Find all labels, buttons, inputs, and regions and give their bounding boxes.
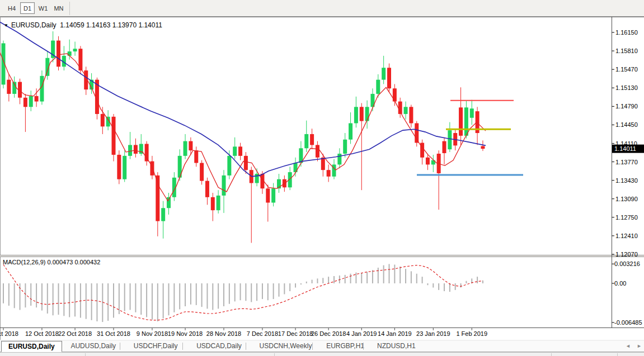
candle-down (316, 145, 319, 157)
tab-audusd-daily[interactable]: AUDUSD,Daily (64, 341, 123, 352)
candle-down (194, 150, 198, 163)
candle-up (68, 51, 72, 56)
candle-down (481, 146, 485, 149)
date-tick-label: 17 Dec 2018 (278, 330, 313, 337)
candle-up (40, 76, 44, 102)
candle-up (382, 68, 386, 79)
candle-up (343, 140, 347, 154)
timeframe-toolbar: H4D1W1MN (0, 0, 644, 17)
candle-down (327, 170, 331, 177)
candle-up (365, 107, 369, 121)
candle-up (233, 146, 237, 156)
date-tick-label: 19 Nov 2018 (168, 330, 203, 337)
candle-down (211, 197, 215, 210)
tab-eurusd-daily[interactable]: EURUSD,Daily (1, 341, 62, 352)
date-tick-label: 23 Jan 2019 (416, 330, 450, 337)
tab-separator (363, 343, 364, 350)
candle-up (123, 156, 126, 179)
candle-down (426, 158, 430, 165)
candle-down (117, 155, 121, 179)
candle-down (459, 107, 463, 136)
toolbar-separator (69, 2, 70, 15)
candle-up (128, 145, 132, 155)
price-tick-label: 1.13770 (615, 159, 638, 165)
macd-value: 0.000473 (47, 259, 73, 265)
candle-down (415, 123, 419, 143)
candle-down (23, 98, 27, 107)
date-tick-label: 31 Oct 2018 (97, 330, 130, 337)
chart-title: ▼EURUSD,Daily 1.14059 1.14163 1.13970 1.… (4, 21, 162, 29)
date-tick-label: 1 Feb 2019 (456, 330, 487, 337)
candle-up (404, 107, 408, 114)
date-tick-label: 3 Oct 2018 (0, 330, 18, 337)
symbol-tab-bar: ◄ ► EURUSD,DailyAUDUSD,DailyUSDCHF,Daily… (0, 341, 644, 352)
tab-separator (246, 343, 246, 350)
price-tick-label: 1.14450 (615, 121, 638, 128)
chart-dropdown-icon[interactable]: ▼ (4, 23, 8, 28)
macd-tick-label: 0.00 (614, 280, 626, 287)
candle-up (271, 188, 275, 202)
candle-up (73, 49, 77, 51)
candle-up (470, 108, 474, 118)
price-tick-label: 1.12070 (615, 251, 638, 258)
price-tick-label: 1.15130 (615, 84, 638, 91)
date-tick-label: 22 Oct 2018 (58, 330, 92, 337)
candle-up (222, 175, 226, 196)
status-divider (85, 353, 86, 356)
chart-canvas[interactable]: 1.161501.158101.154701.151301.147901.144… (0, 17, 644, 340)
candle-down (387, 68, 391, 88)
date-tick-label: 7 Dec 2018 (247, 330, 278, 337)
candle-up (464, 107, 468, 136)
candle-up (255, 174, 259, 183)
tab-usdchf-daily[interactable]: USDCHF,Daily (127, 341, 185, 352)
candle-down (443, 141, 446, 153)
price-tick-label: 1.16150 (615, 29, 638, 36)
candle-down (35, 96, 39, 102)
price-tick-label: 1.13090 (615, 196, 638, 202)
candle-down (310, 134, 314, 145)
status-divider (551, 353, 552, 356)
price-tick-label: 1.12410 (615, 232, 638, 239)
candle-down (145, 144, 149, 161)
timeframe-button-d1[interactable]: D1 (20, 2, 35, 14)
candle-down (7, 80, 11, 94)
candle-down (112, 117, 116, 155)
candle-down (321, 158, 325, 170)
tab-separator (120, 343, 120, 350)
macd-label: MACD(12,26,9) (3, 259, 45, 265)
date-tick-label: 28 Nov 2018 (206, 330, 241, 337)
tab-separator (182, 343, 183, 350)
candle-down (360, 107, 364, 121)
candle-up (354, 107, 358, 123)
candle-down (244, 156, 248, 170)
date-tick-label: 9 Nov 2018 (137, 330, 168, 337)
candle-down (200, 163, 204, 181)
candle-up (448, 130, 452, 149)
candle-down (78, 49, 82, 70)
status-bar (0, 352, 644, 356)
tab-nzdusd-h1[interactable]: NZDUSD,H1 (370, 341, 422, 352)
chart-ohlc-values: 1.14059 1.14163 1.13970 1.14011 (60, 21, 162, 29)
timeframe-button-h4[interactable]: H4 (4, 2, 19, 14)
price-tick-label: 1.15810 (615, 48, 638, 54)
tab-separator (312, 343, 313, 350)
candle-down (393, 88, 397, 101)
timeframe-button-w1[interactable]: W1 (36, 2, 50, 14)
tab-usdcnh-weekly[interactable]: USDCNH,Weekly (253, 341, 319, 352)
tab-scroll-right-icon[interactable]: ► (637, 343, 642, 349)
candle-down (205, 181, 209, 197)
status-divider (274, 353, 275, 356)
candle-down (409, 107, 413, 123)
price-tick-label: 1.15470 (615, 66, 638, 73)
candle-up (227, 156, 231, 175)
macd-indicator-label: MACD(12,26,9) 0.000473 0.000432 (3, 259, 100, 265)
candle-down (101, 114, 105, 126)
tab-scroll-left-icon[interactable]: ◄ (626, 343, 631, 349)
candle-up (217, 196, 220, 210)
timeframe-button-mn[interactable]: MN (51, 2, 66, 14)
tab-usdcad-daily[interactable]: USDCAD,Daily (190, 341, 248, 352)
current-price-value: 1.14011 (614, 145, 636, 152)
chart-symbol-label: EURUSD,Daily (11, 21, 57, 29)
date-tick-label: 12 Oct 2018 (25, 330, 59, 337)
candle-up (376, 80, 380, 94)
